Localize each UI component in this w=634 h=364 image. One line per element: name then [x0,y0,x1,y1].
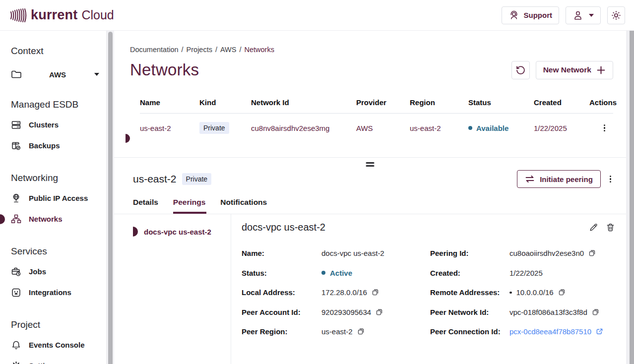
column-header: Actions [589,98,617,107]
brand-name: kurrent [31,7,77,23]
copy-icon[interactable] [558,289,566,296]
column-header: Created [534,98,589,107]
page-scrollbar-thumb[interactable] [630,31,634,364]
backups-icon [11,141,21,151]
cell-name: us-east-2 [140,124,171,132]
sidebar-section-project: Project [11,319,106,330]
status-dot [468,126,472,130]
page-scrollbar[interactable] [626,31,634,364]
theme-toggle-button[interactable] [607,6,625,24]
peerings-list: docs-vpc us-east-2 [114,214,231,364]
sidebar-item-clusters[interactable]: Clusters [11,119,106,131]
detail-actions-kebab-icon[interactable] [608,174,613,185]
sidebar-item-integrations[interactable]: Integrations [11,286,106,299]
column-header: Region [410,98,468,107]
column-header: Status [468,98,534,107]
copy-icon[interactable] [592,308,599,316]
top-bar: kurrent Cloud Support [0,0,634,31]
tab-notifications[interactable]: Notifications [220,198,267,214]
sidebar-item-settings[interactable]: Settings [11,360,106,364]
detail-kind-badge: Private [182,173,212,185]
field-value-remote-addresses: 10.0.0.0/16 [516,288,554,297]
networks-icon [11,214,21,224]
sidebar-item-events-console[interactable]: Events Console [11,339,106,351]
field-value-status: Active [330,269,352,277]
delete-trash-icon[interactable] [606,223,615,232]
field-label: Remote Addresses: [430,283,509,303]
peering-name: docs-vpc us-east-2 [144,228,211,236]
tab-details[interactable]: Details [133,198,158,214]
row-actions-kebab-icon[interactable] [602,122,607,134]
refresh-button[interactable] [511,61,530,79]
copy-icon[interactable] [372,289,379,296]
cell-network-id: cu8nv8airsdhv2ese3mg [251,124,356,132]
swap-arrows-icon [525,175,535,183]
copy-icon[interactable] [588,249,596,257]
breadcrumb-item[interactable]: AWS [220,46,237,54]
bullet-icon [509,292,512,294]
cell-status: Available [468,124,534,132]
sidebar: Context AWS Managed ESDB C [0,31,114,364]
status-dot [321,271,325,275]
brand-suffix: Cloud [81,8,114,22]
sidebar-scrollbar[interactable] [106,31,114,364]
sidebar-item-label: Backups [29,141,60,150]
column-header: Network Id [251,98,356,107]
support-button[interactable]: Support [502,6,560,24]
table-header-row: Name Kind Network Id Provider Region Sta… [140,92,613,112]
column-header: Provider [356,98,410,107]
copy-icon[interactable] [376,308,383,316]
column-header: Name [140,98,199,107]
split-drag-handle-icon[interactable] [364,161,377,168]
brand-logo: kurrent Cloud [10,7,114,23]
field-label: Peer Region: [242,322,321,342]
refresh-icon [515,65,526,75]
field-value-created: 1/22/2025 [509,269,543,277]
clusters-icon [11,120,21,130]
cell-region: us-east-2 [410,124,468,132]
page-title: Networks [130,61,199,79]
sidebar-item-jobs[interactable]: Jobs [11,265,106,278]
user-menu-button[interactable] [566,6,601,24]
new-network-label: New Network [543,65,591,74]
field-label: Name: [242,243,321,263]
tab-peerings[interactable]: Peerings [173,198,205,214]
field-label: Peer Connection Id: [430,322,509,342]
peering-detail-panel: docs-vpc us-east-2 [231,214,626,364]
sidebar-item-networks[interactable]: Networks [11,213,106,225]
field-label: Status: [242,263,321,283]
field-value-peer-region: us-east-2 [321,327,353,336]
edit-pencil-icon[interactable] [589,223,598,232]
status-label: Available [476,124,508,132]
sidebar-item-label: Public IP Access [29,194,88,202]
folder-icon [11,69,22,79]
main-content: Documentation/Projects/AWS/Networks Netw… [114,31,634,364]
copy-icon[interactable] [357,328,365,335]
new-network-button[interactable]: New Network [536,61,613,79]
field-value-local-address: 172.28.0.0/16 [321,288,367,297]
sidebar-item-backups[interactable]: Backups [11,139,106,152]
initiate-peering-button[interactable]: Initiate peering [517,170,601,188]
sun-icon [611,10,622,21]
cell-created: 1/22/2025 [534,124,589,132]
field-value-peer-network-id: vpc-018f086a13f3c3f8d [509,308,587,316]
table-row[interactable]: us-east-2 Private cu8nv8airsdhv2ese3mg A… [140,114,613,142]
peer-connection-link[interactable]: pcx-0cd8eea4f78b87510 [509,327,591,336]
breadcrumb-item[interactable]: Projects [187,46,212,54]
field-value-peer-account-id: 920293095634 [321,308,371,316]
headset-icon [508,10,519,21]
field-label: Local Address: [242,283,321,303]
sidebar-item-label: Events Console [29,341,85,349]
breadcrumb-item[interactable]: Documentation [130,46,179,54]
sidebar-scrollbar-thumb[interactable] [108,32,113,364]
sidebar-item-label: Networks [29,215,63,223]
external-link-icon[interactable] [596,328,603,335]
field-label: Peer Network Id: [430,303,509,322]
context-selector[interactable]: AWS [11,69,106,79]
briefcase-clock-icon [11,267,21,277]
peering-list-item[interactable]: docs-vpc us-east-2 [114,225,231,238]
active-item-marker [0,214,5,224]
field-value-peering-id: cu8oaoiirsdhv2ese3n0 [509,249,584,257]
peering-heading: docs-vpc us-east-2 [242,222,325,233]
sidebar-item-public-ip-access[interactable]: Public IP Access [11,192,106,204]
